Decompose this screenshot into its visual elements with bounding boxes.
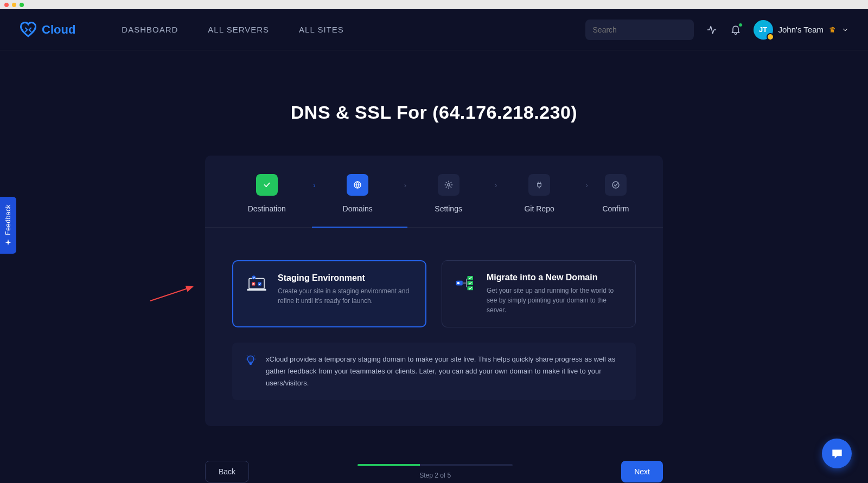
search-input[interactable] (593, 25, 688, 34)
step-settings[interactable]: Settings › (403, 174, 494, 227)
wizard-panel: Destination › Domains › Settings › Git R… (205, 156, 663, 426)
brand-text: Cloud (42, 23, 75, 37)
option-title: Staging Environment (278, 273, 413, 283)
progress-indicator: Step 2 of 5 (358, 464, 513, 479)
nav-all-servers[interactable]: ALL SERVERS (208, 25, 269, 34)
step-label: Git Repo (524, 204, 554, 213)
notification-indicator (738, 23, 743, 27)
wizard-footer: Back Step 2 of 5 Next (205, 461, 663, 482)
wizard-stepper: Destination › Domains › Settings › Git R… (205, 174, 663, 228)
step-label: Confirm (602, 204, 629, 213)
notifications-button[interactable] (730, 24, 742, 36)
svg-rect-12 (468, 281, 474, 285)
team-switcher[interactable]: JT John's Team ♛ (754, 20, 849, 40)
step-git-repo[interactable]: Git Repo › (494, 174, 584, 227)
check-icon (256, 174, 278, 196)
avatar-badge (767, 33, 774, 41)
svg-rect-4 (249, 279, 264, 289)
step-destination[interactable]: Destination › (221, 174, 312, 227)
header-right: JT John's Team ♛ (585, 20, 849, 40)
lightbulb-icon (245, 355, 256, 365)
option-staging-environment[interactable]: Staging Environment Create your site in … (232, 260, 426, 327)
sparkle-icon (4, 239, 12, 246)
annotation-arrow (149, 285, 198, 304)
nav-all-sites[interactable]: ALL SITES (299, 25, 344, 34)
option-desc: Create your site in a staging environmen… (278, 286, 413, 306)
team-name: John's Team (778, 25, 824, 34)
svg-point-10 (457, 282, 459, 284)
chat-icon (830, 447, 844, 461)
step-confirm[interactable]: Confirm (585, 174, 647, 227)
progress-track (358, 464, 513, 466)
feedback-label: Feedback (4, 204, 12, 235)
gear-icon (438, 174, 459, 196)
progress-fill (358, 464, 419, 466)
brand-logo[interactable]: Cloud (19, 21, 75, 39)
feedback-tab[interactable]: Feedback (0, 197, 16, 254)
maximize-window-dot[interactable] (20, 3, 24, 7)
next-button[interactable]: Next (621, 461, 663, 482)
step-label: Destination (248, 204, 286, 213)
search-box[interactable] (585, 20, 694, 40)
minimize-window-dot[interactable] (12, 3, 16, 7)
info-box: xCloud provides a temporary staging doma… (232, 343, 636, 400)
chevron-down-icon (841, 26, 849, 34)
activity-icon (706, 24, 717, 35)
globe-icon (347, 174, 368, 196)
page-title: DNS & SSL For (64.176.218.230) (0, 102, 868, 123)
avatar-initials: JT (759, 25, 767, 34)
svg-rect-13 (468, 286, 474, 290)
chat-launcher[interactable] (822, 439, 852, 468)
crown-icon: ♛ (829, 25, 836, 34)
domain-options: Staging Environment Create your site in … (205, 260, 663, 327)
svg-point-3 (612, 182, 619, 188)
svg-point-6 (252, 275, 256, 279)
confirm-icon (605, 174, 627, 196)
close-window-dot[interactable] (4, 3, 9, 7)
step-domains[interactable]: Domains › (312, 174, 403, 227)
info-text: xCloud provides a temporary staging doma… (266, 353, 623, 389)
laptop-staging-icon (245, 273, 268, 295)
avatar: JT (754, 20, 773, 40)
plug-icon (528, 174, 550, 196)
svg-rect-11 (468, 276, 474, 280)
option-desc: Get your site up and running for the wor… (487, 286, 623, 315)
step-label: Settings (435, 204, 462, 213)
svg-rect-5 (247, 289, 266, 291)
activity-icon-button[interactable] (706, 24, 718, 36)
svg-point-2 (447, 184, 450, 186)
step-label: Domains (343, 204, 373, 213)
app-header: Cloud DASHBOARD ALL SERVERS ALL SITES JT… (0, 9, 868, 50)
back-button[interactable]: Back (205, 461, 249, 482)
option-migrate-domain[interactable]: Migrate into a New Domain Get your site … (442, 260, 636, 327)
migrate-domain-icon (454, 273, 477, 294)
mac-title-bar (0, 0, 868, 9)
nav-dashboard[interactable]: DASHBOARD (122, 25, 178, 34)
option-title: Migrate into a New Domain (487, 273, 623, 282)
active-step-underline (312, 227, 407, 228)
heart-cloud-icon (19, 21, 37, 39)
progress-label: Step 2 of 5 (419, 472, 451, 479)
main-nav: DASHBOARD ALL SERVERS ALL SITES (122, 25, 343, 34)
